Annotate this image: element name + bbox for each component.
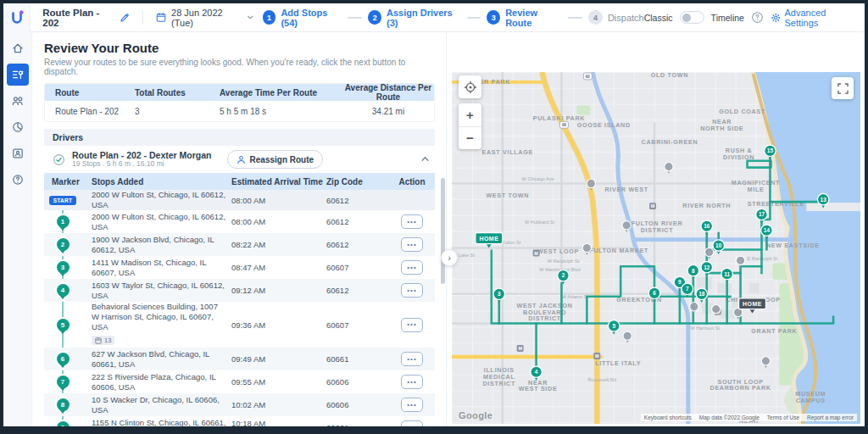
stops-header-action: Action — [389, 177, 435, 186]
stop-actions-button[interactable]: ••• — [401, 352, 423, 366]
map-stop-marker-number: 15 — [767, 147, 774, 153]
map-stop-marker-number: 3 — [498, 291, 501, 297]
stop-marker-cell: 7 — [44, 376, 81, 388]
panel-scrollbar[interactable] — [441, 178, 445, 284]
contacts-icon — [11, 147, 25, 160]
region-label: GOOSE ISLAND — [577, 122, 631, 129]
stop-action-cell: ••• — [389, 375, 435, 389]
date-picker[interactable]: 28 Jun 2022 (Tue) — [156, 8, 254, 28]
zoom-in-button[interactable]: + — [459, 103, 481, 127]
stop-actions-button[interactable]: ••• — [401, 420, 423, 426]
transit-station-icon: M — [533, 249, 540, 256]
driver-route-row[interactable]: Route Plan - 202 - Dexter Morgan 19 Stop… — [44, 146, 435, 173]
stop-actions-button[interactable]: ••• — [401, 214, 423, 229]
interstate-shield-icon: 90 — [583, 73, 592, 80]
classic-timeline-switch[interactable] — [680, 11, 704, 24]
sidebar-item-route-planner[interactable] — [7, 64, 29, 86]
stop-address: 627 W Jackson Blvd, Chicago, IL 60661, U… — [92, 349, 226, 370]
stop-actions-button[interactable]: ••• — [401, 283, 423, 298]
sidebar-item-analytics[interactable] — [7, 116, 29, 138]
stop-eta-cell: 09:55 AM — [231, 377, 326, 387]
stop-address: Behavioral Sciences Building, 1007 W Har… — [92, 302, 226, 332]
divider — [142, 11, 143, 25]
fullscreen-button[interactable] — [832, 77, 854, 99]
stop-marker-pin: 2 — [57, 238, 70, 251]
summary-avg-time-value: 5 h 5 m 18 s — [220, 107, 342, 116]
street-label: W Adams St — [562, 294, 588, 299]
step-number: 4 — [588, 10, 603, 25]
transit-station-icon: M — [517, 345, 524, 352]
sidebar-item-contacts[interactable] — [7, 142, 29, 164]
stop-eta: 09:12 AM — [231, 286, 326, 295]
stop-marker-cell: 8 — [44, 398, 81, 411]
check-circle-icon — [53, 153, 65, 166]
stop-zip: 60607 — [326, 263, 389, 272]
sidebar-item-help[interactable] — [7, 169, 29, 191]
stop-actions-button[interactable]: ••• — [401, 318, 423, 332]
summary-total-value: 3 — [135, 107, 220, 116]
collapse-panel-button[interactable]: › — [441, 249, 458, 266]
step-dispatch[interactable]: 4Dispatch — [588, 10, 644, 25]
sidebar-item-team[interactable] — [7, 90, 29, 112]
route-summary-table: Route Total Routes Average Time Per Rout… — [44, 83, 435, 122]
step-label: Add Stops (54) — [281, 8, 342, 28]
stop-zip: 60606 — [326, 400, 389, 409]
stop-address: 10 S Wacker Dr, Chicago, IL 60606, USA — [92, 395, 226, 415]
map-attribution-item[interactable]: Terms of Use — [767, 415, 799, 420]
help-button[interactable] — [751, 11, 764, 24]
street-label: W Harrison St — [690, 326, 720, 331]
step-add-stops-54-[interactable]: 1Add Stops (54) — [263, 8, 342, 28]
advanced-settings-label: Advanced Settings — [785, 8, 854, 28]
map-stop-marker-number: 13 — [821, 197, 827, 203]
step-connector — [467, 17, 481, 19]
region-label: FULTON MARKET — [589, 248, 648, 254]
stop-address-cell: 10 S Wacker Dr, Chicago, IL 60606, USA — [81, 395, 231, 415]
stop-marker-pin: 1 — [57, 215, 70, 228]
map-stop-marker-number: 4 — [535, 369, 538, 375]
stop-zip: 60661 — [326, 423, 389, 426]
edit-plan-name-button[interactable] — [120, 13, 130, 23]
map-attribution-item[interactable]: Report a map error — [807, 415, 854, 420]
stop-eta: 08:00 AM — [231, 217, 326, 226]
summary-route-value: Route Plan - 202 — [45, 107, 135, 116]
map-canvas[interactable]: 9090 W Chicago AveW Hubbard StW Fulton S… — [452, 72, 860, 424]
stop-address: 2000 W Fulton St, Chicago, IL 60612, USA — [92, 212, 226, 232]
sidebar-item-home[interactable] — [7, 37, 29, 59]
map-stop-marker-number: 6 — [653, 290, 656, 296]
locate-button[interactable] — [459, 75, 481, 98]
stop-actions-button[interactable]: ••• — [401, 398, 423, 412]
advanced-settings-button[interactable]: Advanced Settings — [771, 8, 854, 28]
stops-header-marker: Marker — [44, 177, 81, 186]
stop-actions-button[interactable]: ••• — [401, 260, 423, 275]
compass-icon — [464, 81, 477, 94]
region-label: RIVER WEST — [604, 186, 648, 193]
route-plan-name: Route Plan - 202 — [42, 8, 114, 28]
stop-actions-button[interactable]: ••• — [401, 237, 423, 252]
step-label: Review Route — [505, 8, 562, 28]
stop-eta-cell: 08:47 AM — [231, 263, 326, 272]
app-logo[interactable] — [3, 3, 31, 32]
stop-eta-cell: 10:02 AM — [231, 400, 326, 409]
stop-marker-pin: 4 — [57, 284, 70, 297]
stop-address: 1603 W Taylor St, Chicago, IL 60612, USA — [92, 281, 226, 301]
region-label: GOLD COAST — [719, 108, 765, 115]
stop-address-cell: 1900 W Jackson Blvd, Chicago, IL 60612, … — [81, 235, 231, 255]
collapse-driver-button[interactable] — [420, 152, 430, 167]
date-value: 28 Jun 2022 (Tue) — [171, 8, 242, 28]
step-assign-drivers-3-[interactable]: 2Assign Drivers (3) — [368, 8, 460, 28]
stop-action-cell: ••• — [389, 214, 435, 229]
map-attribution: Keyboard shortcutsMap data ©2022 GoogleT… — [641, 414, 857, 421]
reassign-route-button[interactable]: Reassign Route — [227, 150, 324, 169]
stop-actions-button[interactable]: ••• — [401, 375, 423, 389]
region-label: MUSEUMCAMPUS — [795, 391, 826, 404]
summary-avg-distance-value: 34.21 mi — [342, 107, 434, 116]
region-label: PULASKI PARK — [533, 115, 586, 122]
step-label: Dispatch — [608, 13, 644, 23]
stop-action-cell: ••• — [389, 283, 435, 298]
zoom-out-button[interactable]: − — [459, 127, 481, 150]
step-number: 1 — [263, 10, 276, 25]
svg-text:M: M — [595, 353, 599, 359]
step-review-route[interactable]: 3Review Route — [487, 8, 562, 28]
stop-address: 1900 W Jackson Blvd, Chicago, IL 60612, … — [92, 235, 226, 255]
stop-address-cell: 2000 W Fulton St, Chicago, IL 60612, USA — [81, 190, 231, 210]
